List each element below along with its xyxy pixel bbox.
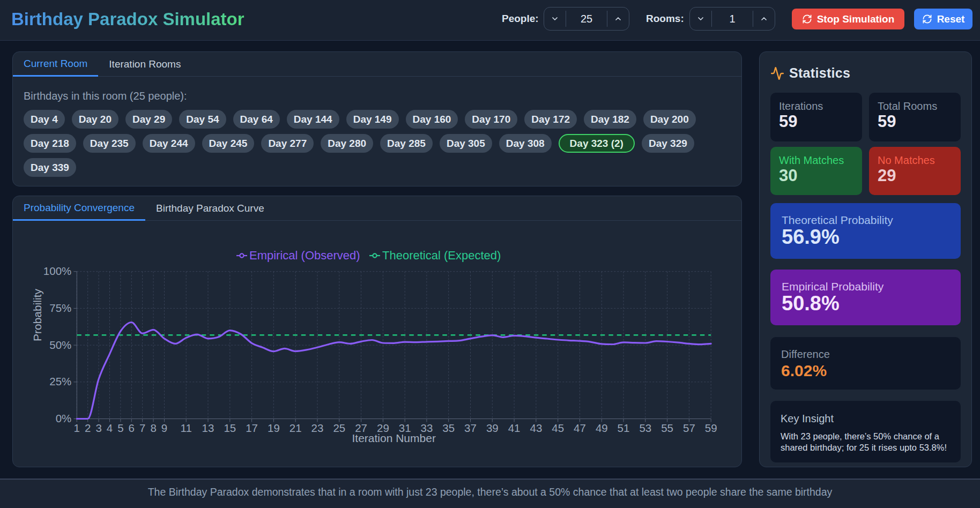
svg-text:25: 25 — [333, 422, 345, 434]
svg-text:Probability: Probability — [31, 288, 43, 341]
svg-text:Theoretical (Expected): Theoretical (Expected) — [382, 249, 501, 262]
svg-text:19: 19 — [268, 422, 280, 434]
svg-text:45: 45 — [552, 422, 564, 434]
svg-text:39: 39 — [486, 422, 499, 434]
svg-text:17: 17 — [246, 422, 258, 434]
svg-text:21: 21 — [289, 422, 302, 434]
svg-text:15: 15 — [224, 422, 236, 434]
svg-text:13: 13 — [202, 422, 214, 434]
svg-text:6: 6 — [129, 422, 135, 434]
svg-text:57: 57 — [683, 422, 695, 434]
svg-text:41: 41 — [508, 422, 521, 434]
svg-text:47: 47 — [574, 422, 586, 434]
svg-text:Iteration Number: Iteration Number — [352, 432, 435, 444]
svg-text:35: 35 — [442, 422, 455, 434]
svg-text:59: 59 — [705, 422, 717, 434]
svg-text:50%: 50% — [49, 339, 71, 351]
svg-text:100%: 100% — [43, 265, 71, 277]
svg-text:4: 4 — [107, 422, 113, 434]
svg-text:5: 5 — [117, 422, 123, 434]
svg-text:2: 2 — [85, 422, 91, 434]
svg-text:55: 55 — [661, 422, 673, 434]
svg-text:7: 7 — [139, 422, 145, 434]
svg-text:53: 53 — [639, 422, 651, 434]
svg-text:75%: 75% — [49, 302, 71, 314]
svg-text:37: 37 — [464, 422, 477, 434]
svg-text:11: 11 — [181, 422, 192, 434]
svg-text:1: 1 — [74, 422, 80, 434]
svg-text:43: 43 — [530, 422, 542, 434]
svg-text:9: 9 — [161, 422, 167, 434]
svg-text:51: 51 — [618, 422, 630, 434]
svg-text:25%: 25% — [49, 375, 71, 387]
svg-text:23: 23 — [311, 422, 324, 434]
svg-text:3: 3 — [95, 422, 101, 434]
svg-text:0%: 0% — [56, 412, 72, 424]
svg-text:49: 49 — [596, 422, 608, 434]
svg-text:Empirical (Observed): Empirical (Observed) — [249, 249, 360, 262]
svg-text:8: 8 — [150, 422, 156, 434]
